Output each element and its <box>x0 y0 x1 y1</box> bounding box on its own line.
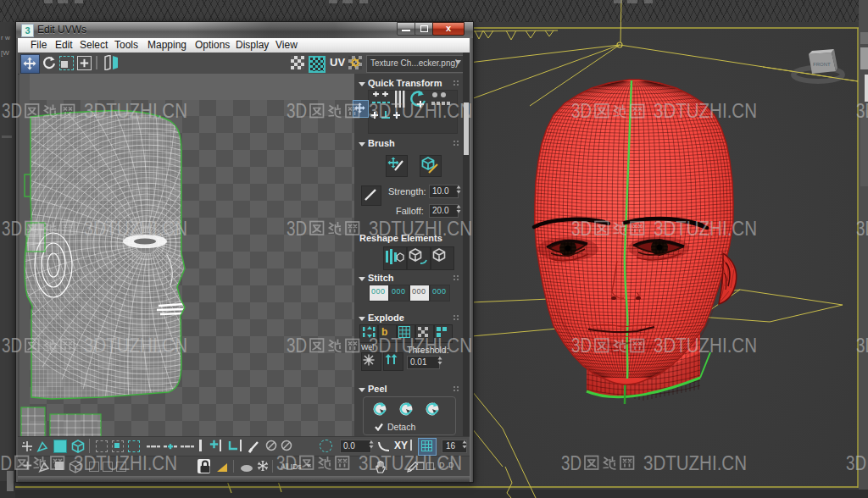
svg-text:FRONT: FRONT <box>813 62 831 67</box>
